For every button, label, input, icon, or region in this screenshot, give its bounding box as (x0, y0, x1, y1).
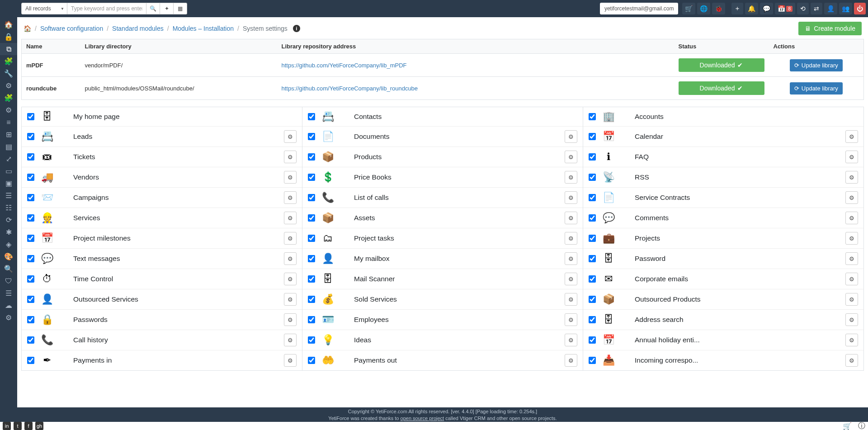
module-checkbox[interactable] (308, 316, 315, 323)
sidebar-star[interactable]: ✱ (0, 226, 17, 238)
module-checkbox[interactable] (589, 316, 596, 323)
search-input[interactable] (67, 3, 146, 14)
sidebar-cube[interactable]: ◈ (0, 238, 17, 250)
module-checkbox[interactable] (27, 296, 34, 303)
module-checkbox[interactable] (27, 133, 34, 140)
module-checkbox[interactable] (589, 296, 596, 303)
module-settings-button[interactable]: ⚙ (565, 232, 577, 245)
module-checkbox[interactable] (589, 133, 596, 140)
module-checkbox[interactable] (589, 357, 596, 364)
module-checkbox[interactable] (589, 336, 596, 344)
calendar-button[interactable]: 📅8 (775, 3, 795, 14)
module-settings-button[interactable]: ⚙ (845, 252, 858, 265)
module-checkbox[interactable] (27, 194, 34, 201)
module-settings-button[interactable]: ⚙ (284, 232, 297, 245)
module-checkbox[interactable] (27, 214, 34, 222)
globe-button[interactable]: 🌐 (697, 3, 710, 14)
module-checkbox[interactable] (308, 336, 315, 344)
update-library-button[interactable]: ⟳ Update library (790, 82, 843, 95)
advanced-search-button[interactable]: ✦ (160, 3, 174, 14)
update-library-button[interactable]: ⟳ Update library (790, 59, 843, 71)
module-settings-button[interactable]: ⚙ (284, 212, 297, 224)
module-settings-button[interactable]: ⚙ (565, 151, 577, 163)
module-settings-button[interactable]: ⚙ (565, 293, 577, 306)
module-settings-button[interactable]: ⚙ (565, 354, 577, 367)
sidebar-plugin[interactable]: 🧩 (0, 92, 17, 104)
sidebar-window[interactable]: ▭ (0, 165, 17, 177)
module-settings-button[interactable]: ⚙ (845, 334, 858, 346)
module-settings-button[interactable]: ⚙ (284, 334, 297, 346)
module-settings-button[interactable]: ⚙ (284, 191, 297, 204)
module-settings-button[interactable]: ⚙ (284, 273, 297, 285)
module-checkbox[interactable] (308, 235, 315, 242)
add-button[interactable]: ＋ (731, 3, 743, 14)
module-settings-button[interactable]: ⚙ (845, 273, 858, 285)
sidebar-gear2[interactable]: ⚙ (0, 104, 17, 116)
info-icon[interactable]: i (293, 25, 300, 32)
module-checkbox[interactable] (27, 275, 34, 283)
module-checkbox[interactable] (27, 113, 34, 120)
module-settings-button[interactable]: ⚙ (565, 212, 577, 224)
module-settings-button[interactable]: ⚙ (565, 252, 577, 265)
sidebar-cloud[interactable]: ☁ (0, 299, 17, 312)
module-checkbox[interactable] (27, 255, 34, 262)
sidebar-home[interactable]: 🏠 (0, 19, 17, 31)
module-checkbox[interactable] (308, 296, 315, 303)
module-checkbox[interactable] (589, 174, 596, 181)
module-settings-button[interactable]: ⚙ (845, 354, 858, 367)
module-settings-button[interactable]: ⚙ (284, 313, 297, 326)
module-settings-button[interactable]: ⚙ (845, 151, 858, 163)
module-settings-button[interactable]: ⚙ (565, 313, 577, 326)
breadcrumb-modules-install[interactable]: Modules – Installation (173, 25, 234, 32)
lib-repo-link[interactable]: https://github.com/YetiForceCompany/lib_… (282, 62, 407, 69)
module-settings-button[interactable]: ⚙ (565, 130, 577, 143)
module-checkbox[interactable] (27, 174, 34, 181)
module-checkbox[interactable] (589, 255, 596, 262)
module-checkbox[interactable] (27, 336, 34, 344)
sidebar-refresh[interactable]: ⟳ (0, 214, 17, 226)
module-checkbox[interactable] (27, 316, 34, 323)
search-button[interactable]: 🔍 (146, 3, 160, 14)
records-select[interactable]: All records (21, 3, 67, 14)
user-button[interactable]: 👤 (824, 3, 837, 14)
module-checkbox[interactable] (589, 194, 596, 201)
module-checkbox[interactable] (589, 113, 596, 120)
sidebar-list[interactable]: ☷ (0, 202, 17, 214)
module-checkbox[interactable] (308, 357, 315, 364)
module-settings-button[interactable]: ⚙ (565, 273, 577, 285)
sidebar-lock[interactable]: 🔒 (0, 31, 17, 43)
sidebar-lines[interactable]: ≡ (0, 116, 17, 128)
breadcrumb-standard-modules[interactable]: Standard modules (112, 25, 164, 32)
module-settings-button[interactable]: ⚙ (565, 171, 577, 184)
module-checkbox[interactable] (308, 133, 315, 140)
sidebar-doc[interactable]: ▤ (0, 141, 17, 153)
user-email[interactable]: yetiforcetestmail@gmail.com (600, 3, 679, 14)
module-checkbox[interactable] (308, 194, 315, 201)
module-settings-button[interactable]: ⚙ (845, 232, 858, 245)
module-settings-button[interactable]: ⚙ (845, 130, 858, 143)
module-checkbox[interactable] (308, 153, 315, 161)
module-settings-button[interactable]: ⚙ (284, 293, 297, 306)
sidebar-shield[interactable]: 🛡 (0, 275, 17, 287)
module-settings-button[interactable]: ⚙ (284, 151, 297, 163)
exchange-button[interactable]: ⇄ (811, 3, 822, 14)
module-checkbox[interactable] (308, 214, 315, 222)
sidebar-bars[interactable]: ☰ (0, 189, 17, 202)
module-checkbox[interactable] (308, 275, 315, 283)
sidebar-puzzle[interactable]: 🧩 (0, 55, 17, 67)
chat-button[interactable]: 💬 (760, 3, 773, 14)
power-button[interactable]: ⏻ (854, 3, 866, 14)
module-checkbox[interactable] (27, 153, 34, 161)
module-checkbox[interactable] (308, 113, 315, 120)
module-settings-button[interactable]: ⚙ (845, 171, 858, 184)
breadcrumb-home[interactable]: 🏠 (24, 25, 31, 32)
module-checkbox[interactable] (308, 174, 315, 181)
notifications-button[interactable]: 🔔 (745, 3, 758, 14)
sidebar-modules[interactable]: ⧉ (0, 43, 17, 55)
module-checkbox[interactable] (308, 255, 315, 262)
admin-button[interactable]: 👥 (839, 3, 852, 14)
create-module-button[interactable]: 🖥 Create module (798, 22, 862, 35)
module-settings-button[interactable]: ⚙ (845, 293, 858, 306)
sidebar-palette[interactable]: 🎨 (0, 250, 17, 263)
grid-button[interactable]: ▦ (174, 3, 187, 14)
